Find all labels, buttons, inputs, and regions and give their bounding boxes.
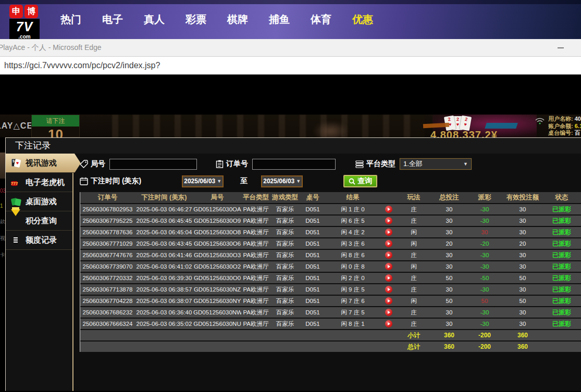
cell-result: 闲 1 庄 0	[326, 206, 380, 213]
dealer-video	[313, 121, 349, 137]
cell-table-no: D051	[300, 229, 326, 235]
table-row: 250603067666324 2025-06-03 06:35:02 GD05…	[80, 319, 581, 329]
cell-order-id: 250603067720332	[80, 275, 135, 281]
cell-bet-time: 2025-06-03 06:41:02	[135, 263, 193, 270]
replay-play-icon[interactable]	[385, 297, 392, 305]
user-info-panel: 用户名称: 40 账户余额: 6.1 桌台编号: 百	[548, 116, 581, 137]
cell-platform: PA欧洲厅	[241, 320, 270, 328]
cell-valid-bet: 20	[501, 241, 545, 247]
replay-play-icon[interactable]	[385, 286, 392, 293]
cell-order-id: 250603067771029	[80, 241, 135, 247]
cell-bet-time: 2025-06-03 06:43:45	[135, 241, 193, 247]
cell-result: 闲 8 庄 6	[326, 251, 380, 259]
browser-titlebar: PlayAce - 个人 - Microsoft Edge	[0, 39, 581, 57]
replay-play-icon[interactable]	[385, 274, 392, 282]
cell-total-bet: 30	[430, 252, 468, 258]
cell-bet-time: 2025-06-03 06:41:46	[135, 252, 193, 258]
table-row: 250603067795225 2025-06-03 06:45:45 GD05…	[80, 216, 581, 226]
window-title: PlayAce - 个人 - Microsoft Edge	[0, 43, 102, 53]
cell-game-type: 百家乐	[270, 263, 300, 271]
cell-platform: PA欧洲厅	[241, 274, 270, 282]
nav-item-slots[interactable]: 电子	[101, 12, 124, 27]
subtotal-valid: 360	[501, 332, 545, 339]
dealt-cards: 2♥ 2♥ 2♥	[447, 116, 471, 130]
replay-play-icon[interactable]	[385, 309, 392, 316]
cell-bet-type: 庄	[398, 309, 430, 317]
site-logo[interactable]: 申 博 7V .com	[9, 5, 40, 39]
sidebar-item-points-query[interactable]: 积分查询	[6, 211, 72, 231]
cell-order-id: 250603067686232	[80, 309, 135, 315]
cell-total-bet: 30	[430, 229, 468, 235]
cell-payout: -30	[468, 321, 501, 327]
balance-label: 账户余额:	[548, 123, 573, 129]
cell-platform: PA欧洲厅	[241, 263, 270, 271]
nav-item-hot[interactable]: 热门	[59, 12, 82, 27]
cell-status: 已派彩	[545, 205, 579, 214]
replay-play-icon[interactable]	[385, 206, 392, 213]
sidebar-item-quota-records[interactable]: 额度记录	[6, 231, 72, 250]
chevron-down-icon: ▼	[463, 161, 468, 167]
cell-bet-type: 庄	[398, 217, 430, 225]
card-icon: 2♥	[460, 116, 472, 131]
cell-bet-type: 闲	[398, 240, 430, 248]
browser-urlbar[interactable]: https://gci.7vvvvvv.com/pc/pcv2/index.js…	[0, 57, 581, 75]
search-button[interactable]: 查询	[343, 175, 377, 187]
sidebar-item-label: 桌面游戏	[26, 197, 57, 207]
header-cutoff: 游	[579, 193, 581, 202]
replay-play-icon[interactable]	[385, 251, 392, 259]
sidebar-item-slot-machines[interactable]: 777 电子老虎机	[6, 173, 72, 192]
cell-game-type: 百家乐	[270, 206, 300, 213]
nav-item-poker[interactable]: 棋牌	[226, 12, 249, 27]
cell-bet-type: 闲	[398, 263, 430, 271]
replay-play-icon[interactable]	[385, 229, 392, 236]
cell-result: 闲 4 庄 2	[326, 229, 380, 236]
date-from-select[interactable]: 2025/06/03 ▼	[182, 175, 224, 187]
replay-play-icon[interactable]	[385, 320, 392, 327]
replay-play-icon[interactable]	[385, 263, 392, 270]
url-text[interactable]: https://gci.7vvvvvv.com/pc/pcv2/index.js…	[4, 61, 160, 70]
cards-icon: 9♥	[11, 158, 21, 168]
cell-order-id: 250603067787636	[80, 229, 135, 235]
cell-total-bet: 20	[430, 241, 468, 247]
cell-total-bet: 50	[430, 298, 468, 304]
cell-status: 已派彩	[545, 320, 579, 328]
platform-type-select[interactable]: 1.全部 ▼	[400, 158, 472, 170]
logo-tile-bo: 博	[24, 5, 38, 18]
cell-result: 闲 7 庄 5	[326, 309, 380, 317]
date-to-select[interactable]: 2025/06/03 ▼	[261, 175, 303, 187]
replay-play-icon[interactable]	[385, 240, 392, 247]
table-id-label: 桌台编号:	[548, 130, 573, 136]
nav-item-lottery[interactable]: 彩票	[184, 12, 207, 27]
bet-time-label: 下注时间 (美东)	[91, 176, 141, 186]
background-blur	[112, 115, 425, 137]
edge-fragment: 03	[0, 188, 5, 194]
gem-icon	[11, 216, 21, 225]
nav-item-promo[interactable]: 优惠	[351, 12, 374, 27]
header-order-id: 订单号	[80, 193, 135, 202]
cell-platform: PA欧洲厅	[241, 286, 270, 294]
cell-status: 已派彩	[545, 285, 579, 294]
nav-item-fishing[interactable]: 捕鱼	[268, 12, 291, 27]
cell-table-no: D051	[300, 263, 326, 270]
sidebar-item-video-games[interactable]: 9♥ 视讯游戏	[6, 154, 81, 173]
round-id-input[interactable]	[109, 159, 197, 170]
cell-round-id: GD051256030O6	[193, 241, 241, 247]
cell-result: 闲 8 庄 1	[326, 320, 380, 328]
cell-order-id: 250603067713878	[80, 286, 135, 293]
left-edge-fragments: 03 1 款 视 卡	[0, 153, 5, 391]
chevron-down-icon: ▼	[217, 179, 221, 184]
table-row: 250603067771029 2025-06-03 06:43:45 GD05…	[80, 238, 581, 249]
nav-item-live[interactable]: 真人	[143, 12, 166, 27]
minimize-button[interactable]	[551, 39, 570, 56]
cell-table-no: D051	[300, 218, 326, 224]
cell-bet-time: 2025-06-03 06:38:57	[135, 286, 193, 293]
order-id-input[interactable]	[252, 159, 336, 170]
cell-round-id: GD051256030O8	[193, 229, 241, 235]
nav-item-sports[interactable]: 体育	[310, 12, 332, 27]
logo-com: .com	[9, 34, 40, 39]
date-from-value: 2025/06/03	[184, 178, 215, 185]
cell-result: 闲 3 庄 6	[326, 240, 380, 248]
header-game-type: 游戏类型	[270, 193, 300, 202]
replay-play-icon[interactable]	[385, 217, 392, 224]
cell-round-id: GD051256030NY	[193, 298, 241, 304]
